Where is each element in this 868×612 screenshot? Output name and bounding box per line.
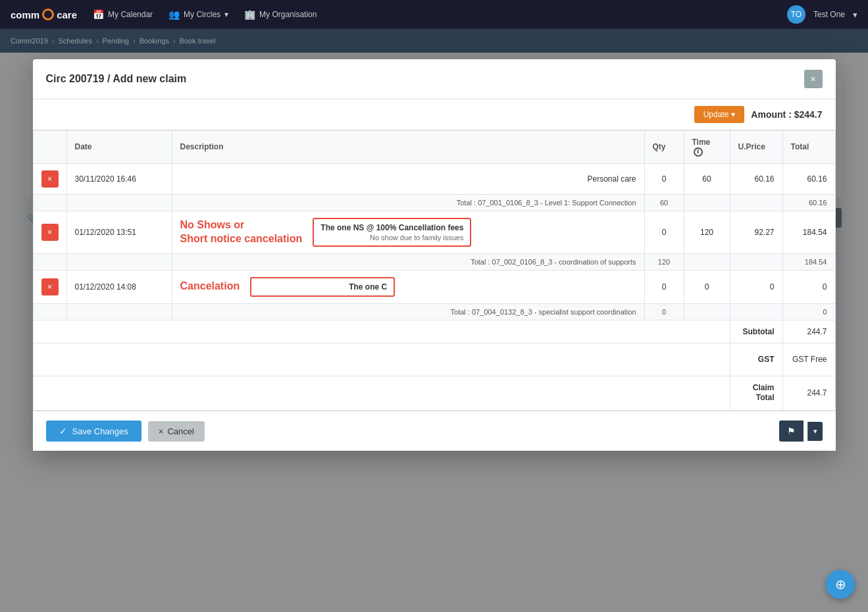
row1-total: 60.16 <box>782 163 835 194</box>
cancel-button[interactable]: × Cancel <box>148 421 205 442</box>
subtotal2-qty: 120 <box>644 253 684 270</box>
claim-total-label: Claim Total <box>730 376 782 410</box>
row1-qty: 0 <box>644 163 684 194</box>
circles-chevron-icon: ▾ <box>224 10 228 19</box>
update-chevron-icon: ▾ <box>731 110 735 119</box>
subtotal3-qty: 0 <box>644 303 684 320</box>
subtotal3-empty-time <box>684 303 730 320</box>
subtotal3-empty-action <box>33 303 66 320</box>
claims-table: Date Description Qty Time ℹ U.Price Tota… <box>33 130 836 411</box>
subtotal1-qty: 60 <box>644 194 684 211</box>
row3-date: 01/12/2020 14:08 <box>66 270 172 303</box>
subtotal-label: Subtotal <box>730 320 782 343</box>
user-dropdown-icon[interactable]: ▾ <box>853 10 857 20</box>
close-icon: × <box>810 74 815 84</box>
subtotal3-empty-date <box>66 303 172 320</box>
nav-my-calendar[interactable]: 📅 My Calendar <box>93 9 153 20</box>
organisation-icon: 🏢 <box>244 9 255 20</box>
breadcrumb-comm2019[interactable]: Comm2019 <box>11 37 48 45</box>
gst-label: GST <box>730 343 782 376</box>
gst-value: GST Free <box>782 343 835 376</box>
cancel-label: Cancel <box>167 426 193 436</box>
subtotal3-empty-uprice <box>730 303 782 320</box>
nav-my-circles-label: My Circles <box>184 10 220 19</box>
user-avatar-initials: TO <box>791 10 802 19</box>
logo-gear-icon <box>42 9 54 20</box>
flag-dropdown-button[interactable]: ▾ <box>807 422 823 441</box>
table-row: × 30/11/2020 16:46 Personal care 0 60 60… <box>33 163 835 194</box>
subtotal1-empty-action <box>33 194 66 211</box>
row2-red-label: No Shows orShort notice cancelation <box>180 218 303 246</box>
row3-delete-button[interactable]: × <box>41 278 59 295</box>
row2-delete-button[interactable]: × <box>41 224 59 241</box>
add-claim-modal: Circ 200719 / Add new claim × Update ▾ A… <box>33 59 836 451</box>
nav-my-circles[interactable]: 👥 My Circles ▾ <box>168 9 228 20</box>
summary-claim-total-row: Claim Total 244.7 <box>33 376 835 410</box>
amount-bar: Update ▾ Amount : $244.7 <box>33 99 836 130</box>
subtotal2-empty-action <box>33 253 66 270</box>
col-header-uprice: U.Price <box>730 131 782 164</box>
row3-time: 0 <box>684 270 730 303</box>
nav-my-organisation[interactable]: 🏢 My Organisation <box>244 9 317 20</box>
row3-red-label: Cancelation <box>180 280 240 293</box>
user-name: Test One <box>813 10 845 19</box>
breadcrumb-bar: Comm2019 › Schedules › Pending › Booking… <box>0 29 868 53</box>
col-header-qty: Qty <box>644 131 684 164</box>
breadcrumb-book-travel[interactable]: Book travel <box>180 37 216 45</box>
breadcrumb-sep-2: › <box>96 37 99 45</box>
row1-uprice: 60.16 <box>730 163 782 194</box>
save-changes-label: Save Changes <box>72 426 128 436</box>
app-logo: comm care <box>11 9 77 20</box>
table-row: × 01/12/2020 13:51 No Shows orShort noti… <box>33 211 835 253</box>
row3-uprice: 0 <box>730 270 782 303</box>
row2-desc-wrapper: No Shows orShort notice cancelation The … <box>180 218 636 247</box>
update-button[interactable]: Update ▾ <box>694 106 745 123</box>
delete-icon: × <box>47 174 53 184</box>
modal-header: Circ 200719 / Add new claim × <box>33 59 836 99</box>
modal-body: Update ▾ Amount : $244.7 Date Descriptio… <box>33 99 836 411</box>
subtotal1-label: Total : 07_001_0106_8_3 - Level 1: Suppo… <box>172 194 644 211</box>
top-navigation: comm care 📅 My Calendar 👥 My Circles ▾ 🏢… <box>0 0 868 29</box>
table-header-row: Date Description Qty Time ℹ U.Price Tota… <box>33 131 835 164</box>
modal-overlay: Circ 200719 / Add new claim × Update ▾ A… <box>0 53 868 612</box>
breadcrumb-schedules[interactable]: Schedules <box>59 37 92 45</box>
subtotal2-total: 184.54 <box>782 253 835 270</box>
row1-delete-button[interactable]: × <box>41 170 59 188</box>
flag-button[interactable]: ⚑ <box>779 421 804 442</box>
breadcrumb-bookings[interactable]: Bookings <box>140 37 169 45</box>
row3-total: 0 <box>782 270 835 303</box>
row2-total: 184.54 <box>782 211 835 253</box>
update-label: Update <box>703 110 729 119</box>
save-changes-button[interactable]: ✓ Save Changes <box>46 421 141 442</box>
flag-chevron-icon: ▾ <box>813 427 817 435</box>
row2-date: 01/12/2020 13:51 <box>66 211 172 253</box>
row2-description-cell: No Shows orShort notice cancelation The … <box>172 211 644 253</box>
row3-desc-wrapper: Cancelation The one C <box>180 277 636 297</box>
row2-boxed-description: The one NS @ 100% Cancellation fees No s… <box>313 218 471 247</box>
time-label: Time <box>692 138 711 147</box>
subtotal1-empty-uprice <box>730 194 782 211</box>
subtotal3-label: Total : 07_004_0132_8_3 - specialist sup… <box>172 303 644 320</box>
modal-footer: ✓ Save Changes × Cancel ⚑ ▾ <box>33 411 836 451</box>
row2-action-cell: × <box>33 211 66 253</box>
modal-close-button[interactable]: × <box>804 70 823 88</box>
row2-time: 120 <box>684 211 730 253</box>
nav-my-organisation-label: My Organisation <box>259 10 317 19</box>
subtotal1-empty-time <box>684 194 730 211</box>
nav-my-calendar-label: My Calendar <box>108 10 153 19</box>
user-avatar: TO <box>787 5 805 24</box>
delete-icon: × <box>47 282 53 292</box>
footer-right-section: ⚑ ▾ <box>779 421 823 442</box>
flag-icon: ⚑ <box>787 426 796 436</box>
summary-gst-row: GST GST Free <box>33 343 835 376</box>
row1-time: 60 <box>684 163 730 194</box>
col-header-action <box>33 131 66 164</box>
cancel-x-icon: × <box>159 426 164 436</box>
breadcrumb-sep-3: › <box>133 37 136 45</box>
breadcrumb-pending[interactable]: Pending <box>103 37 129 45</box>
row3-boxed-description: The one C <box>250 277 395 297</box>
help-button[interactable]: ⊕ <box>826 570 855 599</box>
summary-subtotal-row: Subtotal 244.7 <box>33 320 835 343</box>
row2-boxed-sub: No show due to family issues <box>320 234 463 242</box>
claim-total-value: 244.7 <box>782 376 835 410</box>
